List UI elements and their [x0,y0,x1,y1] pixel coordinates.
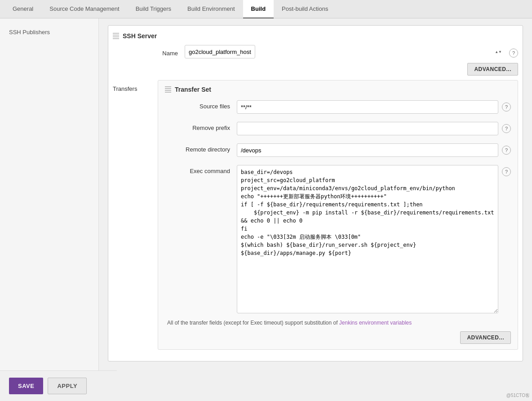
transfer-inner: Transfer Set Source files ? Remove prefi… [158,80,518,350]
advanced-button-bottom[interactable]: ADVANCED... [460,331,511,344]
advanced-button-top[interactable]: ADVANCED... [467,63,518,76]
tabs-bar: General Source Code Management Build Tri… [0,0,532,18]
content-area: SSH Server Name go2cloud_platform_host ?… [99,18,532,396]
sidebar-item-ssh-publishers[interactable]: SSH Publishers [0,25,98,39]
source-files-label: Source files [165,100,237,110]
apply-button[interactable]: APPLY [48,378,87,394]
exec-command-label: Exec command [165,165,237,174]
exec-command-help-icon[interactable]: ? [502,167,511,176]
name-select[interactable]: go2cloud_platform_host [185,45,255,58]
advanced-btn-row-top: ADVANCED... [113,63,518,76]
bottom-bar: SAVE APPLY [0,370,117,401]
source-files-input[interactable] [237,100,498,114]
source-files-row: Source files ? [165,98,511,116]
tab-build-triggers[interactable]: Build Triggers [128,0,179,18]
info-text: All of the transfer fields (except for E… [165,320,511,326]
tab-build-environment[interactable]: Build Environment [179,0,243,18]
drag-handle[interactable] [113,32,119,40]
transfer-set-handle[interactable] [165,86,171,93]
save-button[interactable]: SAVE [9,378,43,394]
ssh-server-block: SSH Server Name go2cloud_platform_host ?… [108,25,523,361]
transfers-row: Transfers Transfer Set Source files [113,80,518,350]
ssh-server-title: SSH Server [123,32,157,40]
sidebar: SSH Publishers [0,18,99,396]
name-help-icon[interactable]: ? [509,49,518,58]
remove-prefix-help-icon[interactable]: ? [502,124,511,133]
source-files-help-icon[interactable]: ? [502,102,511,111]
name-select-wrapper: go2cloud_platform_host [185,45,505,58]
remove-prefix-row: Remove prefix ? [165,120,511,137]
ssh-server-header: SSH Server [113,32,518,40]
advanced-right: ADVANCED... [165,331,511,344]
remove-prefix-label: Remove prefix [165,122,237,131]
remove-prefix-input[interactable] [237,122,498,135]
exec-command-textarea[interactable]: base_dir=/devops project_src=go2cloud_pl… [237,165,498,313]
tab-source-code-management[interactable]: Source Code Management [41,0,127,18]
remote-directory-help-icon[interactable]: ? [502,146,511,155]
remove-prefix-wrap: ? [237,122,511,135]
remote-directory-wrap: ? [237,143,511,157]
name-row: Name go2cloud_platform_host ? [113,45,518,58]
remote-directory-label: Remote directory [165,143,237,153]
transfer-set-title: Transfer Set [175,86,211,93]
watermark: @51CTO客 [506,392,530,399]
remote-directory-input[interactable] [237,143,498,157]
remote-directory-row: Remote directory ? [165,142,511,159]
transfers-label: Transfers [113,80,158,92]
tab-general[interactable]: General [4,0,41,18]
exec-command-wrap: base_dir=/devops project_src=go2cloud_pl… [237,165,511,313]
jenkins-env-vars-link[interactable]: Jenkins environment variables [339,320,412,326]
main-layout: SSH Publishers SSH Server Name go2cloud_… [0,18,532,396]
transfer-set-header: Transfer Set [165,86,511,93]
tab-post-build-actions[interactable]: Post-build Actions [274,0,336,18]
tab-build[interactable]: Build [243,0,274,18]
exec-command-row: Exec command base_dir=/devops project_sr… [165,163,511,315]
source-files-wrap: ? [237,100,511,114]
name-label: Name [113,47,185,57]
